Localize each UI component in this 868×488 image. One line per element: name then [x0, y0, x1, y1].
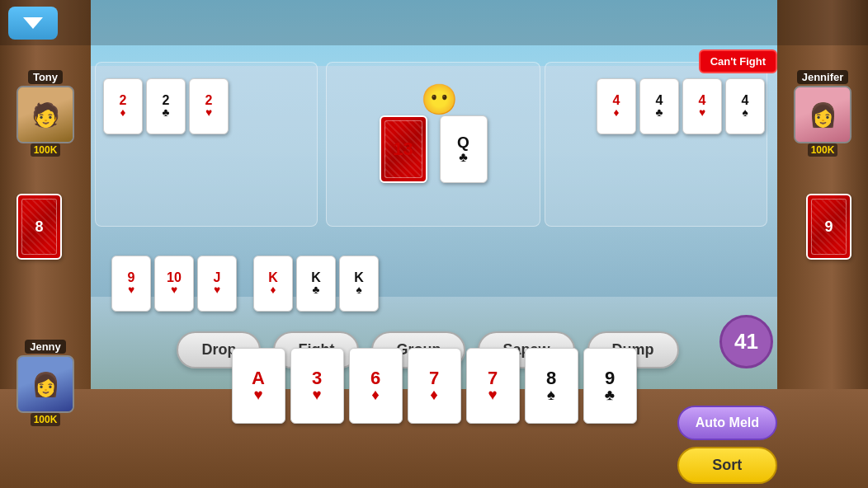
cant-fight-button[interactable]: Can't Fight	[699, 49, 777, 73]
middle-card-2[interactable]: 10 ♥	[154, 256, 194, 312]
player-jennifer: Jennifer 👩 100K	[794, 70, 851, 157]
middle-cards: 9 ♥ 10 ♥ J ♥ K ♦ K ♣ K ♠	[111, 256, 379, 312]
jennifer-cards: 4 ♦ 4 ♣ 4 ♥ 4 ♠	[597, 78, 765, 134]
hand-card-3[interactable]: 6 ♦	[349, 348, 403, 424]
hand-cards: A ♥ 3 ♥ 6 ♦ 7 ♦ 7 ♥ 8 ♠ 9 ♣	[165, 348, 703, 424]
middle-card-5[interactable]: K ♣	[296, 256, 336, 312]
hand-card-5[interactable]: 7 ♥	[466, 348, 520, 424]
jennifer-face: 👩	[795, 87, 850, 142]
jennifer-name: Jennifer	[797, 70, 849, 84]
hand-card-7[interactable]: 9 ♣	[583, 348, 637, 424]
tony-avatar: 🧑	[17, 86, 74, 143]
middle-card-3[interactable]: J ♥	[197, 256, 237, 312]
jennifer-hidden-card: 9	[806, 194, 851, 260]
jenny-avatar: 👩	[17, 355, 74, 413]
jenny-face: 👩	[18, 357, 73, 411]
tony-name: Tony	[28, 70, 63, 84]
jennifer-hidden-label: 9	[824, 218, 833, 236]
hand-card-1[interactable]: A ♥	[232, 348, 285, 424]
auto-meld-button[interactable]: Auto Meld	[677, 406, 777, 440]
dropdown-button[interactable]	[8, 7, 58, 40]
center-card-label: 13	[393, 138, 413, 160]
hand-card-4[interactable]: 7 ♦	[408, 348, 461, 424]
card-spacer	[240, 256, 250, 312]
tony-hidden-label: 8	[35, 218, 43, 236]
tony-card-1: 2 ♦	[103, 78, 143, 134]
jenny-money: 100K	[31, 413, 61, 426]
center-face-down-card: 13	[380, 115, 427, 183]
jennifer-card-4: 4 ♠	[725, 78, 765, 134]
jenny-name: Jenny	[25, 340, 66, 354]
middle-card-1[interactable]: 9 ♥	[111, 256, 151, 312]
top-bar	[0, 0, 868, 45]
middle-card-6[interactable]: K ♠	[339, 256, 379, 312]
hand-card-2[interactable]: 3 ♥	[290, 348, 344, 424]
center-cards: 13 Q ♣	[326, 115, 540, 183]
jennifer-money: 100K	[808, 143, 838, 157]
dropdown-arrow-icon	[23, 17, 43, 29]
player-tony: Tony 🧑 100K	[17, 70, 74, 157]
tony-hidden-card: 8	[17, 194, 62, 260]
sort-button[interactable]: Sort	[677, 447, 777, 484]
tony-money: 100K	[31, 143, 61, 157]
right-buttons: Auto Meld Sort	[677, 406, 777, 484]
jennifer-card-2: 4 ♣	[639, 78, 679, 134]
jennifer-card-3: 4 ♥	[682, 78, 722, 134]
tony-cards: 2 ♦ 2 ♣ 2 ♥	[103, 78, 229, 134]
counter-badge: 41	[719, 315, 773, 368]
tony-card-2: 2 ♣	[146, 78, 186, 134]
jennifer-avatar: 👩	[794, 86, 851, 143]
tony-face: 🧑	[18, 87, 73, 142]
center-face-up-card: Q ♣	[440, 115, 488, 183]
jennifer-card-1: 4 ♦	[597, 78, 636, 134]
hand-card-6[interactable]: 8 ♠	[525, 348, 578, 424]
player-jenny: Jenny 👩 100K	[17, 340, 74, 426]
middle-card-4[interactable]: K ♦	[253, 256, 293, 312]
tony-card-3: 2 ♥	[189, 78, 229, 134]
thinking-emoji: 😶	[421, 82, 458, 117]
